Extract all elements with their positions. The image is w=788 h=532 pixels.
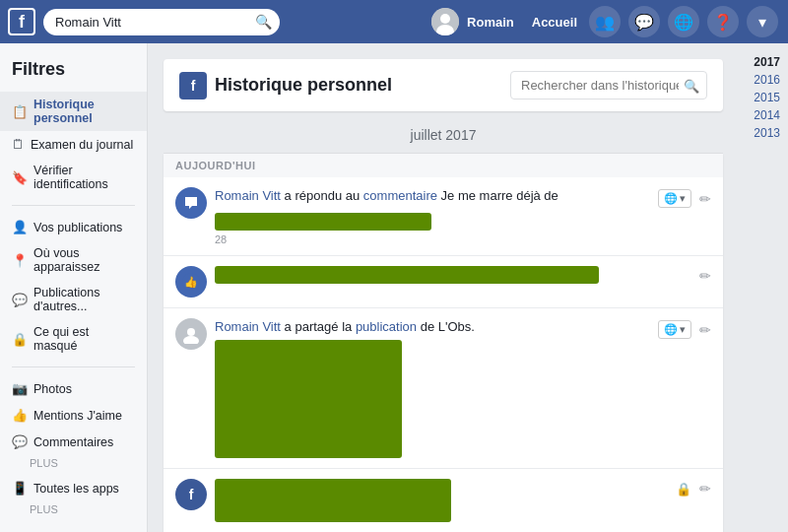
feed-item-2-redacted — [215, 266, 599, 284]
fb-logo: f — [8, 8, 35, 35]
year-item-2013[interactable]: 2013 — [747, 124, 780, 142]
feed-item-3-action: a partagé la — [285, 319, 356, 334]
sidebar-item-historique[interactable]: 📋 Historique personnel — [0, 92, 147, 131]
sidebar-item-journal[interactable]: 🗒 Examen du journal — [0, 131, 147, 158]
feed-item-2-edit-btn[interactable]: ✏ — [699, 268, 711, 284]
feed-item-1-meta: 28 — [215, 233, 711, 245]
sidebar-item-apps-label: Toutes les apps — [33, 482, 119, 496]
feed-item-4-edit-btn[interactable]: ✏ — [699, 481, 711, 497]
messages-icon-btn[interactable]: 💬 — [628, 6, 660, 37]
journal-icon: 🗒 — [12, 137, 25, 152]
year-item-2014[interactable]: 2014 — [747, 106, 780, 124]
globe-small-icon: 🌐 — [664, 192, 678, 205]
feed-item-comment: Romain Vitt a répondu au commentaire Je … — [164, 177, 723, 256]
sidebar-plus-commentaires[interactable]: PLUS — [0, 455, 147, 475]
feed-item-3-actions: 🌐▾ ✏ — [658, 320, 711, 339]
sidebar-item-masque-label: Ce qui est masqué — [33, 325, 135, 353]
sidebar-item-historique-label: Historique personnel — [33, 98, 135, 125]
feed-item-1-link[interactable]: commentaire — [363, 188, 437, 203]
friends-icon-btn[interactable]: 👥 — [589, 6, 621, 37]
masque-icon: 🔒 — [12, 332, 28, 347]
svg-point-6 — [183, 336, 199, 344]
sidebar-item-identifications-label: Vérifier identifications — [33, 164, 135, 191]
photos-icon: 📷 — [12, 381, 28, 396]
avatar — [431, 8, 459, 35]
feed-item-1-author-link[interactable]: Romain Vitt — [215, 188, 281, 203]
year-item-2017[interactable]: 2017 — [747, 53, 780, 71]
feed-item-3-edit-btn[interactable]: ✏ — [699, 322, 711, 338]
lock-icon: 🔒 — [676, 482, 691, 497]
historique-icon: 📋 — [12, 104, 28, 119]
history-title: Historique personnel — [215, 75, 392, 96]
sidebar-item-publications[interactable]: 👤 Vos publications — [0, 214, 147, 240]
page-wrap: Filtres 📋 Historique personnel 🗒 Examen … — [0, 43, 788, 532]
sidebar-item-photos-label: Photos — [33, 382, 72, 396]
history-search-wrap: 🔍 — [510, 71, 707, 100]
topnav-right: Romain Accueil 👥 💬 🌐 ❓ ▾ — [431, 6, 780, 37]
sidebar-item-apparaissez[interactable]: 📍 Où vous apparaissez — [0, 240, 147, 280]
year-item-2015[interactable]: 2015 — [747, 89, 780, 106]
year-item-2016[interactable]: 2016 — [747, 71, 780, 89]
year-sidebar: 2017 2016 2015 2014 2013 — [739, 43, 788, 532]
feed-item-3-image — [215, 340, 402, 458]
apparaissez-icon: 📍 — [12, 253, 28, 268]
help-icon-btn[interactable]: ❓ — [707, 6, 739, 37]
search-wrap: 🔍 — [43, 9, 280, 35]
sidebar-item-commentaires[interactable]: 💬 Commentaires — [0, 429, 147, 455]
feed-item-1-edit-btn[interactable]: ✏ — [699, 191, 711, 207]
main-content: f Historique personnel 🔍 juillet 2017 AU… — [148, 43, 739, 532]
feed-item-2-actions: ✏ — [699, 268, 711, 284]
svg-point-1 — [440, 14, 450, 24]
sidebar-item-photos[interactable]: 📷 Photos — [0, 375, 147, 402]
feed-item-1-content: Romain Vitt a répondu au commentaire Je … — [215, 187, 711, 245]
globe-icon-btn[interactable]: 🌐 — [668, 6, 699, 37]
feed-item-3-content: Romain Vitt a partagé la publication de … — [215, 318, 711, 458]
comment-icon — [175, 187, 207, 219]
sidebar-item-autres[interactable]: 💬 Publications d'autres... — [0, 280, 147, 319]
history-header: f Historique personnel 🔍 — [164, 59, 723, 111]
feed-item-3-pub-link[interactable]: publication — [356, 319, 417, 334]
sidebar-item-identifications[interactable]: 🔖 Vérifier identifications — [0, 158, 147, 197]
feed-item-4-content — [215, 479, 711, 522]
sidebar-item-masque[interactable]: 🔒 Ce qui est masqué — [0, 319, 147, 359]
feed-item-4-redacted — [215, 479, 451, 522]
share-profile-icon — [175, 318, 207, 350]
feed-item-3-privacy-btn[interactable]: 🌐▾ — [658, 320, 691, 339]
topnav-search-input[interactable] — [43, 9, 280, 35]
sidebar-divider-2 — [12, 366, 135, 367]
autres-icon: 💬 — [12, 293, 28, 307]
globe-small-icon-3: 🌐 — [664, 323, 678, 336]
identifications-icon: 🔖 — [12, 170, 28, 185]
commentaires-icon: 💬 — [12, 434, 28, 449]
svg-text:👍: 👍 — [184, 275, 198, 289]
month-label: juillet 2017 — [164, 127, 723, 143]
topnav: f 🔍 Romain Accueil 👥 💬 🌐 ❓ ▾ — [0, 0, 788, 43]
feed-item-1-privacy-btn[interactable]: 🌐▾ — [658, 189, 691, 208]
sidebar-item-commentaires-label: Commentaires — [33, 435, 113, 449]
feed-item-4-actions: 🔒 ✏ — [676, 481, 711, 497]
topnav-search-button[interactable]: 🔍 — [255, 14, 272, 30]
sidebar-plus-apps[interactable]: PLUS — [0, 501, 147, 521]
dropdown-icon-btn[interactable]: ▾ — [747, 6, 778, 37]
publications-icon: 👤 — [12, 220, 28, 234]
history-search-input[interactable] — [510, 71, 707, 100]
feed-item-like: 👍 ✏ — [164, 256, 723, 308]
sidebar-item-mentions-label: Mentions J'aime — [33, 409, 122, 423]
content-card: AUJOURD'HUI Romain Vitt a répondu au com… — [164, 153, 723, 532]
feed-item-3-author-link[interactable]: Romain Vitt — [215, 319, 281, 334]
feed-item-fb: f 🔒 ✏ — [164, 469, 723, 532]
feed-item-1-action: a répondu au — [285, 188, 363, 203]
feed-item-1-preview: Je me marre déjà de — [441, 188, 558, 203]
sidebar-divider-1 — [12, 205, 135, 206]
feed-item-share: Romain Vitt a partagé la publication de … — [164, 308, 723, 469]
sidebar-item-apps[interactable]: 📱 Toutes les apps — [0, 475, 147, 501]
fb-icon: f — [175, 479, 207, 510]
accueil-button[interactable]: Accueil — [526, 11, 583, 33]
sidebar: Filtres 📋 Historique personnel 🗒 Examen … — [0, 43, 148, 532]
feed-item-2-content — [215, 266, 711, 284]
sidebar-item-mentions[interactable]: 👍 Mentions J'aime — [0, 402, 147, 429]
sidebar-item-apparaissez-label: Où vous apparaissez — [33, 246, 135, 274]
apps-icon: 📱 — [12, 481, 28, 496]
history-header-left: f Historique personnel — [179, 72, 392, 100]
feed-item-3-image-row — [215, 340, 711, 458]
